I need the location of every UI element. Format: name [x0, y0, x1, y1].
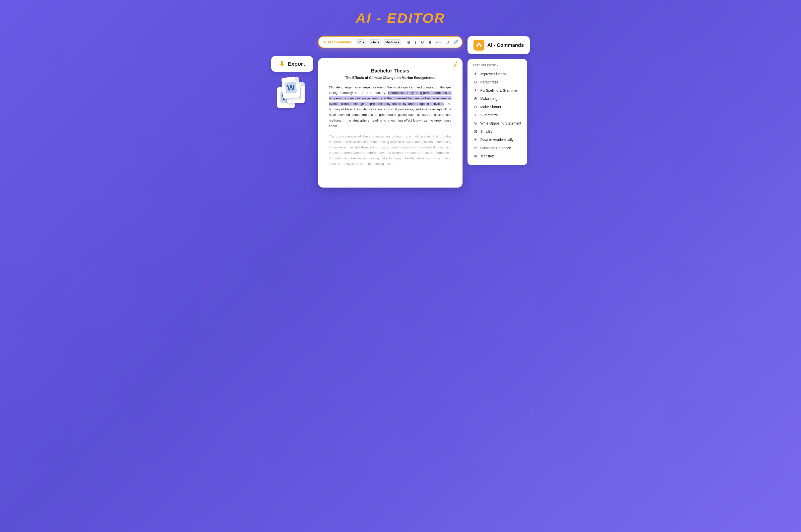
command-item-3[interactable]: ⊕Make Longer	[473, 94, 522, 102]
command-label-1: Paraphrase	[480, 80, 498, 84]
command-label-6: Write Opposing Statement	[480, 121, 521, 125]
paragraph-2: The consequences of these changes are pr…	[329, 134, 452, 167]
edit-selection-label: EDIT SELECTION	[473, 64, 522, 67]
svg-rect-8	[481, 45, 482, 46]
svg-point-2	[478, 45, 479, 46]
heading-select[interactable]: H1 ▾	[356, 39, 366, 45]
command-label-7: Simplify	[480, 130, 493, 133]
command-icon-9: ✏	[473, 146, 478, 150]
size-select[interactable]: Medium ▾	[384, 39, 401, 45]
command-icon-4: ⊖	[473, 104, 478, 109]
command-item-1[interactable]: ⊘Paraphrase	[473, 78, 522, 86]
ai-commands-header-label: AI - Commands	[488, 42, 524, 48]
document-subtitle: The Effects of Climate Change on Marine …	[329, 76, 452, 80]
command-icon-10: ⊕	[473, 154, 478, 158]
command-label-10: Translate	[480, 154, 495, 158]
export-label: Export	[288, 61, 305, 67]
svg-rect-7	[476, 45, 477, 46]
up-arrow-icon: ↑	[389, 50, 392, 57]
paragraph-1-after: The burning of fossil fuels, deforestati…	[329, 102, 452, 128]
command-label-4: Make Shorter	[480, 105, 501, 109]
command-item-6[interactable]: ⊙Write Opposing Statement	[473, 119, 522, 127]
size-value: Medium	[385, 40, 397, 44]
code-button[interactable]: <>	[435, 39, 442, 45]
sparkle-icon: ✦	[323, 40, 326, 44]
underline-button[interactable]: U	[420, 39, 425, 45]
word-doc-3: W	[281, 76, 300, 99]
ai-commands-toolbar-button[interactable]: ✦ AI Commands	[323, 40, 351, 44]
command-icon-6: ⊙	[473, 121, 478, 126]
command-icon-7: ⊡	[473, 129, 478, 134]
word-icon-3: W	[285, 82, 297, 94]
command-item-7[interactable]: ⊡Simplify	[473, 127, 522, 135]
ai-commands-toolbar-label: AI Commands	[328, 40, 351, 44]
command-icon-5: ✧	[473, 113, 478, 117]
command-icon-1: ⊘	[473, 80, 478, 84]
command-icon-2: ✦	[473, 88, 478, 93]
robot-icon	[474, 40, 484, 51]
page-title: AI - EDITOR	[356, 10, 445, 26]
toolbar-arrow: ↑	[389, 50, 392, 57]
svg-point-6	[478, 42, 479, 43]
word-docs: W W W	[277, 76, 307, 108]
command-item-0[interactable]: ✦Improve Fluency	[473, 70, 522, 78]
command-list: ✦Improve Fluency⊘Paraphrase✦Fix Spelling…	[473, 70, 522, 160]
command-label-9: Complete Sentence	[480, 146, 511, 150]
svg-rect-1	[478, 43, 480, 44]
strikethrough-button[interactable]: S	[427, 39, 432, 45]
ai-commands-panel: EDIT SELECTION ✦Improve Fluency⊘Paraphra…	[468, 59, 527, 165]
ai-commands-section: AI - Commands ↗ EDIT SELECTION ✦Improve …	[468, 36, 530, 165]
document-title: Bachelor Thesis	[329, 68, 452, 74]
heading-value: H1	[358, 40, 362, 44]
editor-toolbar: ✦ AI Commands H1 ▾ Inter ▾ Medium ▾ B I …	[318, 36, 462, 48]
svg-rect-4	[478, 46, 480, 47]
command-item-5[interactable]: ✧Summarize	[473, 111, 522, 119]
command-item-4[interactable]: ⊖Make Shorter	[473, 102, 522, 111]
italic-button[interactable]: I	[414, 39, 417, 45]
paint-button[interactable]: ✎	[462, 39, 468, 45]
command-label-2: Fix Spelling & Grammar	[480, 89, 518, 92]
command-icon-3: ⊕	[473, 96, 478, 101]
command-label-0: Improve Fluency	[480, 72, 506, 76]
svg-point-3	[479, 45, 480, 46]
link-button[interactable]: 🔗	[453, 39, 460, 45]
command-label-8: Rewrite Academically	[480, 138, 514, 142]
export-section: ⬇ Export W W W	[271, 56, 313, 108]
command-label-5: Summarize	[480, 113, 498, 117]
editor-panel[interactable]: Bachelor Thesis The Effects of Climate C…	[318, 58, 462, 188]
command-icon-0: ✦	[473, 72, 478, 76]
chevron-down-icon: ▾	[363, 40, 364, 44]
command-item-2[interactable]: ✦Fix Spelling & Grammar	[473, 86, 522, 94]
chevron-down-icon-3: ▾	[398, 40, 400, 44]
export-button[interactable]: ⬇ Export	[271, 56, 313, 72]
center-section: ✦ AI Commands H1 ▾ Inter ▾ Medium ▾ B I …	[318, 36, 462, 188]
paragraph-1: Climate change has emerged as one of the…	[329, 85, 452, 129]
font-select[interactable]: Inter ▾	[369, 39, 381, 45]
command-item-9[interactable]: ✏Complete Sentence	[473, 144, 522, 152]
main-content: ⬇ Export W W W ✦ AI Commands H1	[251, 36, 550, 188]
command-item-8[interactable]: ✦Rewrite Academically	[473, 135, 522, 144]
download-icon: ⬇	[279, 60, 285, 68]
command-icon-8: ✦	[473, 137, 478, 142]
bold-button[interactable]: B	[406, 39, 412, 45]
image-button[interactable]: ⊡	[444, 39, 450, 45]
command-item-10[interactable]: ⊕Translate	[473, 152, 522, 160]
command-label-3: Make Longer	[480, 97, 501, 101]
font-value: Inter	[370, 40, 377, 44]
chevron-down-icon-2: ▾	[378, 40, 379, 44]
ai-commands-header-button[interactable]: AI - Commands	[468, 36, 530, 54]
